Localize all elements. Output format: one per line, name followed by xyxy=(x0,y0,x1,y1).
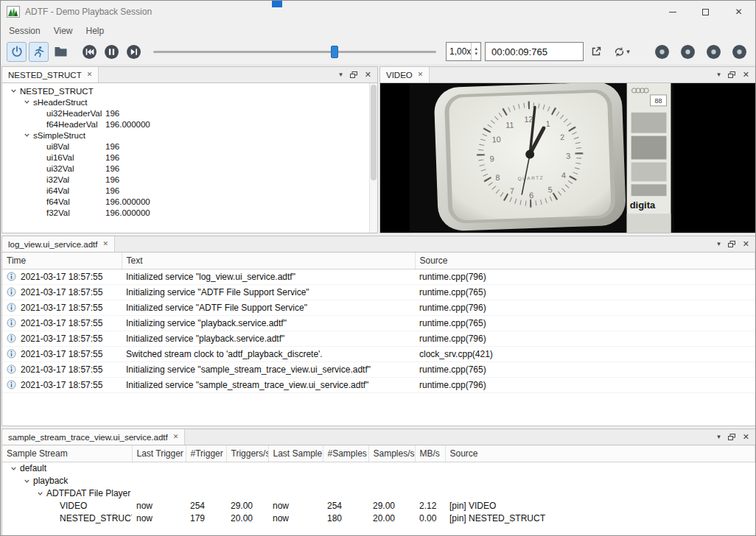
tree-row[interactable]: sHeaderStruct xyxy=(2,96,369,107)
tree-row[interactable]: i64Val 196 xyxy=(2,185,369,196)
tree-row[interactable]: i32Val 196 xyxy=(2,174,369,185)
tree-row[interactable]: sSimpleStruct xyxy=(2,130,369,141)
column-header-triggers-per-s[interactable]: Triggers/s xyxy=(226,445,268,462)
log-row[interactable]: 2021-03-17 18:57:55 Initialized service … xyxy=(2,269,755,284)
tab-log-view[interactable]: log_view.ui_service.adtf ✕ xyxy=(2,236,115,252)
tab-label: sample_stream_trace_view.ui_service.adtf xyxy=(8,433,168,442)
column-header-source[interactable]: Source xyxy=(445,445,755,462)
slider-handle[interactable] xyxy=(331,46,338,58)
log-row[interactable]: 2021-03-17 18:57:55 Switched stream cloc… xyxy=(2,346,755,362)
slider-track[interactable] xyxy=(153,51,436,53)
menu-item[interactable]: Session xyxy=(2,23,47,38)
tree-row-value: 196 xyxy=(105,164,119,173)
panel-close-icon[interactable]: ✕ xyxy=(365,71,371,79)
power-toggle-button[interactable] xyxy=(7,42,27,62)
tab-close-icon[interactable]: ✕ xyxy=(87,71,93,78)
tree-row[interactable]: f64HeaderVal 196.000000 xyxy=(2,119,369,130)
pause-button[interactable] xyxy=(102,42,122,62)
tree-row[interactable]: ui32Val 196 xyxy=(2,163,369,174)
column-header-text[interactable]: Text xyxy=(122,253,415,269)
menu-item[interactable]: Help xyxy=(80,23,111,38)
panel-menu-caret-icon[interactable]: ▾ xyxy=(717,241,721,247)
speed-spin-arrows[interactable]: ▲ ▼ xyxy=(471,43,480,60)
tree-row[interactable]: ui32HeaderVal 196 xyxy=(2,107,369,119)
float-panel-icon[interactable] xyxy=(728,241,735,247)
tab-close-icon[interactable]: ✕ xyxy=(173,434,179,440)
tree-row[interactable]: f64Val 196.000000 xyxy=(2,196,369,207)
scrollbar-thumb[interactable] xyxy=(371,85,377,180)
nested-struct-body: NESTED_STRUCT sHeaderStruct xyxy=(2,83,377,233)
chevron-down-icon[interactable] xyxy=(35,490,45,497)
info-icon xyxy=(7,364,16,374)
loop-button[interactable]: ▾ xyxy=(608,42,636,62)
column-header-source[interactable]: Source xyxy=(415,253,755,269)
panel-close-icon[interactable]: ✕ xyxy=(743,433,749,441)
column-header-sample-stream[interactable]: Sample Stream xyxy=(2,445,132,462)
round-marker-button-4[interactable] xyxy=(730,43,748,60)
speed-spinbox[interactable]: 1,00x ▲ ▼ xyxy=(446,42,481,61)
tab-video[interactable]: VIDEO ✕ xyxy=(380,67,430,82)
run-toggle-button[interactable] xyxy=(29,42,49,62)
time-display[interactable]: 00:00:09:765 xyxy=(485,42,584,61)
round-marker-button-3[interactable] xyxy=(704,43,722,60)
maximize-button[interactable] xyxy=(689,1,722,23)
trace-row[interactable]: playback xyxy=(2,475,755,487)
tree-row-value: 196 xyxy=(105,142,119,151)
spin-up-icon[interactable]: ▲ xyxy=(474,46,478,52)
tab-close-icon[interactable]: ✕ xyxy=(418,71,424,78)
detach-button[interactable] xyxy=(586,42,606,62)
column-header-trigger-count[interactable]: #Trigger xyxy=(186,445,226,462)
close-button[interactable]: ✕ xyxy=(722,1,755,23)
round-marker-button-1[interactable] xyxy=(653,43,671,60)
column-header-last-trigger[interactable]: Last Trigger xyxy=(132,445,186,462)
open-session-button[interactable] xyxy=(51,42,71,62)
tree-row[interactable]: f32Val 196.000000 xyxy=(2,207,369,218)
chevron-down-icon[interactable] xyxy=(21,99,32,105)
log-row[interactable]: 2021-03-17 18:57:55 Initialized service … xyxy=(2,300,755,315)
trace-row[interactable]: ADTFDAT File Player xyxy=(2,487,755,500)
column-header-time[interactable]: Time xyxy=(2,253,122,269)
column-header-samples-per-s[interactable]: Samples/s xyxy=(368,445,415,462)
minimize-button[interactable] xyxy=(656,1,689,23)
tab-trace-view[interactable]: sample_stream_trace_view.ui_service.adtf… xyxy=(2,429,185,445)
chevron-down-icon[interactable] xyxy=(8,88,18,94)
chevron-down-icon[interactable] xyxy=(8,465,18,472)
log-row[interactable]: 2021-03-17 18:57:55 Initializing service… xyxy=(2,315,755,331)
log-row[interactable]: 2021-03-17 18:57:55 Initialized service … xyxy=(2,377,755,392)
panel-menu-caret-icon[interactable]: ▾ xyxy=(717,71,721,78)
float-panel-icon[interactable] xyxy=(728,434,735,440)
loop-dropdown-caret[interactable]: ▾ xyxy=(626,48,630,55)
panel-menu-caret-icon[interactable]: ▾ xyxy=(339,71,343,78)
tree-row[interactable]: NESTED_STRUCT xyxy=(2,85,369,96)
float-panel-icon[interactable] xyxy=(728,71,735,78)
cell-trigger-count xyxy=(186,475,226,487)
column-header-mb-per-s[interactable]: MB/s xyxy=(415,445,445,462)
jump-to-begin-button[interactable] xyxy=(80,42,99,62)
log-table-body: 2021-03-17 18:57:55 Initialized service … xyxy=(2,269,755,392)
stream-label: playback xyxy=(33,476,68,486)
log-row[interactable]: 2021-03-17 18:57:55 Initializing service… xyxy=(2,284,755,300)
vertical-scrollbar[interactable] xyxy=(369,83,377,233)
panel-close-icon[interactable]: ✕ xyxy=(743,240,749,248)
playback-slider[interactable] xyxy=(153,42,436,62)
tree-row[interactable]: ui16Val 196 xyxy=(2,152,369,163)
trace-row[interactable]: default xyxy=(2,462,755,475)
trace-row[interactable]: NESTED_STRUCT now 179 20.00 now 180 20.0… xyxy=(2,512,755,525)
log-row[interactable]: 2021-03-17 18:57:55 Initialized service … xyxy=(2,331,755,346)
spin-down-icon[interactable]: ▼ xyxy=(474,52,478,57)
column-header-last-sample[interactable]: Last Sample xyxy=(268,445,323,462)
tab-nested-struct[interactable]: NESTED_STRUCT ✕ xyxy=(2,67,99,82)
column-header-sample-count[interactable]: #Samples xyxy=(323,445,368,462)
panel-menu-caret-icon[interactable]: ▾ xyxy=(717,434,721,440)
tree-row[interactable]: ui8Val 196 xyxy=(2,141,369,152)
float-panel-icon[interactable] xyxy=(350,71,357,78)
menu-item[interactable]: View xyxy=(47,23,80,38)
round-marker-button-2[interactable] xyxy=(679,43,696,60)
chevron-down-icon[interactable] xyxy=(21,132,32,138)
panel-close-icon[interactable]: ✕ xyxy=(743,71,749,79)
tab-close-icon[interactable]: ✕ xyxy=(102,241,108,247)
jump-to-end-button[interactable] xyxy=(124,42,144,62)
trace-row[interactable]: VIDEO now 254 29.00 now 254 29.00 2.12 [… xyxy=(2,500,755,512)
chevron-down-icon[interactable] xyxy=(21,478,32,484)
log-row[interactable]: 2021-03-17 18:57:55 Initializing service… xyxy=(2,362,755,377)
